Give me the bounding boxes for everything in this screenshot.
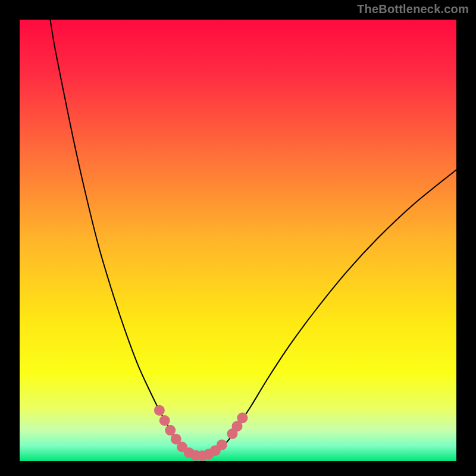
chart-frame: TheBottleneck.com: [0, 0, 476, 476]
marker-dot: [165, 425, 176, 436]
marker-dot: [217, 440, 227, 450]
bottleneck-chart: [0, 0, 476, 476]
marker-dot: [159, 415, 170, 426]
watermark-text: TheBottleneck.com: [357, 2, 469, 16]
marker-dot: [237, 412, 248, 423]
marker-dot: [154, 405, 165, 416]
plot-background: [20, 20, 456, 461]
